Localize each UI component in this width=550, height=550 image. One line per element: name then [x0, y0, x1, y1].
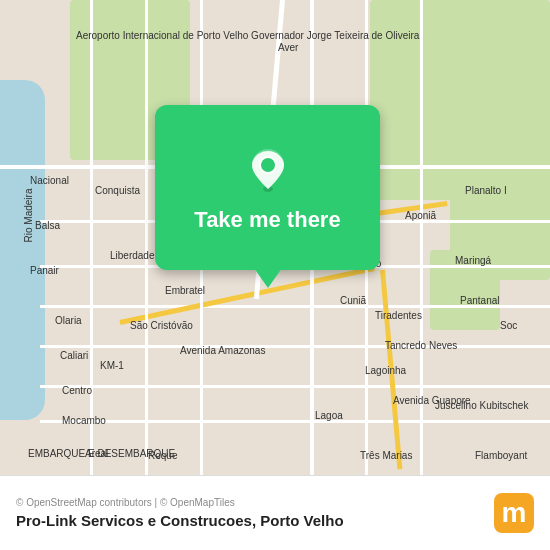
- copyright-text: © OpenStreetMap contributors | © OpenMap…: [16, 497, 344, 508]
- road-vertical-2: [145, 0, 148, 475]
- moovit-icon: m: [494, 493, 534, 533]
- info-text: © OpenStreetMap contributors | © OpenMap…: [16, 497, 344, 529]
- road-vertical-7: [420, 0, 423, 475]
- green-area-2: [370, 0, 550, 200]
- road-horizontal-6: [40, 385, 550, 388]
- moovit-logo: m: [494, 493, 534, 533]
- app: Aeroporto Internacional de Porto Velho G…: [0, 0, 550, 550]
- road-horizontal-4: [40, 305, 550, 308]
- take-me-there-button[interactable]: Take me there: [194, 207, 340, 233]
- road-vertical-1: [90, 0, 93, 475]
- road-horizontal-7: [40, 420, 550, 423]
- map-container[interactable]: Aeroporto Internacional de Porto Velho G…: [0, 0, 550, 475]
- road-horizontal-5: [40, 345, 550, 348]
- water-body-2: [0, 200, 30, 400]
- location-name: Pro-Link Servicos e Construcoes, Porto V…: [16, 512, 344, 529]
- info-bar: © OpenStreetMap contributors | © OpenMap…: [0, 475, 550, 550]
- green-area-4: [430, 250, 500, 330]
- svg-text:m: m: [502, 497, 527, 528]
- popup-card[interactable]: Take me there: [155, 105, 380, 270]
- svg-point-3: [261, 158, 275, 172]
- pin-icon: [242, 143, 294, 195]
